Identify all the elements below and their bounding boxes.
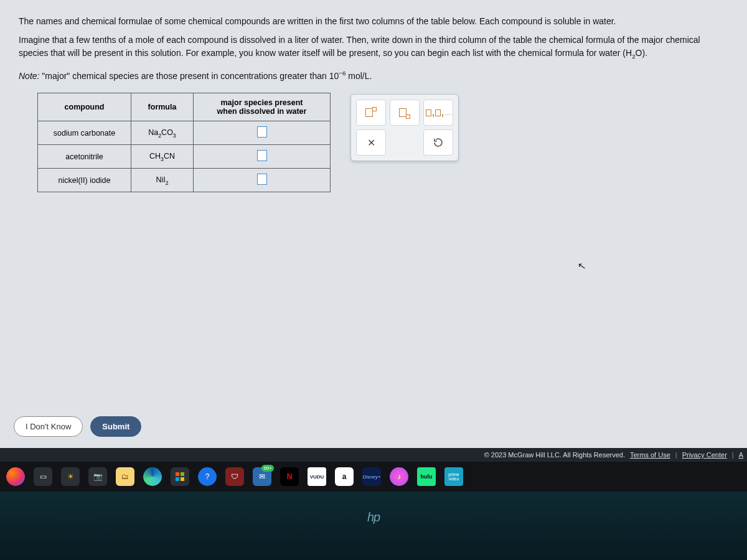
security-icon[interactable]: 🛡 bbox=[225, 467, 244, 486]
file-explorer-icon[interactable]: 🗂 bbox=[116, 467, 134, 486]
question-page: The names and chemical formulae of some … bbox=[0, 0, 747, 448]
footer-bar: © 2023 McGraw Hill LLC. All Rights Reser… bbox=[0, 448, 747, 462]
edge-icon[interactable] bbox=[143, 467, 162, 486]
answer-input-box[interactable] bbox=[257, 174, 267, 185]
compound-table: compound formula major species present w… bbox=[37, 93, 331, 192]
action-button-row: I Don't Know Submit bbox=[14, 416, 141, 437]
separator: | bbox=[675, 451, 677, 459]
table-row: sodium carbonate Na2CO3 bbox=[38, 121, 331, 145]
privacy-link[interactable]: Privacy Center bbox=[682, 451, 727, 459]
windows-taskbar[interactable]: ▭ ☀ 📷 🗂 ? 🛡 ✉99+ N VUDU a Disney+ ♪ hulu… bbox=[0, 462, 747, 492]
hp-logo: hp bbox=[367, 510, 380, 525]
terms-link[interactable]: Terms of Use bbox=[630, 451, 670, 459]
answer-input-box[interactable] bbox=[257, 150, 267, 161]
separator: | bbox=[732, 451, 734, 459]
answer-cell[interactable] bbox=[194, 169, 331, 192]
table-row: acetonitrile CH3CN bbox=[38, 145, 331, 169]
mail-icon[interactable]: ✉99+ bbox=[253, 467, 271, 486]
note-line: Note: "major" chemical species are those… bbox=[19, 70, 728, 81]
ms-store-icon[interactable] bbox=[171, 467, 189, 486]
answer-cell[interactable] bbox=[194, 145, 331, 169]
copyright-text: © 2023 McGraw Hill LLC. All Rights Reser… bbox=[484, 451, 625, 459]
compound-formula: Na2CO3 bbox=[131, 121, 194, 145]
list-tool[interactable]: ,,… bbox=[423, 100, 453, 126]
prime-video-icon[interactable]: prime video bbox=[444, 467, 463, 486]
amazon-icon[interactable]: a bbox=[335, 467, 354, 486]
compound-name: acetonitrile bbox=[38, 145, 131, 169]
compound-name: nickel(II) iodide bbox=[38, 169, 131, 192]
taskview-icon[interactable]: ▭ bbox=[34, 467, 52, 486]
table-row: nickel(II) iodide NiI2 bbox=[38, 169, 331, 192]
weather-icon[interactable]: ☀ bbox=[61, 467, 80, 486]
header-compound: compound bbox=[38, 93, 131, 121]
camera-icon[interactable]: 📷 bbox=[88, 467, 107, 486]
itunes-icon[interactable]: ♪ bbox=[390, 467, 408, 486]
i-dont-know-button[interactable]: I Don't Know bbox=[14, 416, 83, 437]
hulu-icon[interactable]: hulu bbox=[417, 467, 436, 486]
formula-toolbox: ,,… ✕ bbox=[350, 94, 459, 161]
desktop-wallpaper bbox=[0, 492, 747, 560]
question-text-block: The names and chemical formulae of some … bbox=[0, 0, 747, 192]
copilot-icon[interactable] bbox=[6, 467, 25, 486]
compound-formula: NiI2 bbox=[131, 169, 194, 192]
clear-tool[interactable]: ✕ bbox=[356, 129, 386, 156]
cursor-icon: ↖ bbox=[576, 259, 586, 273]
mail-badge: 99+ bbox=[261, 465, 274, 472]
intro-para-2: Imagine that a few tenths of a mole of e… bbox=[19, 34, 728, 60]
compound-name: sodium carbonate bbox=[38, 121, 131, 145]
intro-para-1: The names and chemical formulae of some … bbox=[19, 15, 728, 27]
vudu-icon[interactable]: VUDU bbox=[308, 467, 326, 486]
note-prefix: Note: bbox=[19, 70, 39, 80]
compound-formula: CH3CN bbox=[131, 145, 194, 169]
header-species: major species present when dissolved in … bbox=[194, 93, 331, 121]
subscript-tool[interactable] bbox=[390, 100, 420, 126]
table-header-row: compound formula major species present w… bbox=[38, 93, 331, 121]
intro-paragraphs: The names and chemical formulae of some … bbox=[19, 15, 728, 61]
header-formula: formula bbox=[131, 93, 194, 121]
superscript-tool[interactable] bbox=[356, 100, 386, 126]
answer-cell[interactable] bbox=[194, 121, 331, 145]
blank-tool bbox=[390, 129, 420, 156]
answer-input-box[interactable] bbox=[257, 126, 267, 138]
netflix-icon[interactable]: N bbox=[280, 467, 299, 486]
reset-tool[interactable] bbox=[423, 129, 453, 156]
disney-plus-icon[interactable]: Disney+ bbox=[362, 467, 381, 486]
reset-icon bbox=[433, 137, 444, 148]
get-help-icon[interactable]: ? bbox=[198, 467, 217, 486]
submit-button[interactable]: Submit bbox=[90, 416, 141, 437]
accessibility-link[interactable]: A bbox=[739, 451, 743, 459]
work-row: compound formula major species present w… bbox=[37, 93, 728, 192]
